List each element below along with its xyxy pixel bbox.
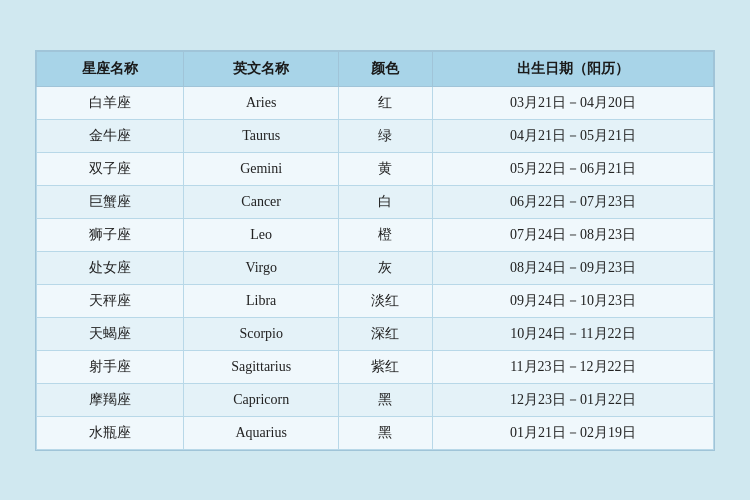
cell-english-name: Aries bbox=[184, 86, 339, 119]
cell-color: 黑 bbox=[339, 416, 433, 449]
cell-chinese-name: 天蝎座 bbox=[37, 317, 184, 350]
cell-english-name: Capricorn bbox=[184, 383, 339, 416]
cell-dates: 10月24日－11月22日 bbox=[432, 317, 713, 350]
cell-color: 灰 bbox=[339, 251, 433, 284]
cell-dates: 09月24日－10月23日 bbox=[432, 284, 713, 317]
cell-chinese-name: 狮子座 bbox=[37, 218, 184, 251]
header-dates: 出生日期（阳历） bbox=[432, 51, 713, 86]
cell-dates: 11月23日－12月22日 bbox=[432, 350, 713, 383]
cell-english-name: Scorpio bbox=[184, 317, 339, 350]
table-body: 白羊座Aries红03月21日－04月20日金牛座Taurus绿04月21日－0… bbox=[37, 86, 714, 449]
table-row: 金牛座Taurus绿04月21日－05月21日 bbox=[37, 119, 714, 152]
table-row: 天蝎座Scorpio深红10月24日－11月22日 bbox=[37, 317, 714, 350]
cell-english-name: Leo bbox=[184, 218, 339, 251]
cell-color: 深红 bbox=[339, 317, 433, 350]
cell-dates: 08月24日－09月23日 bbox=[432, 251, 713, 284]
cell-chinese-name: 处女座 bbox=[37, 251, 184, 284]
cell-chinese-name: 巨蟹座 bbox=[37, 185, 184, 218]
cell-chinese-name: 摩羯座 bbox=[37, 383, 184, 416]
cell-dates: 06月22日－07月23日 bbox=[432, 185, 713, 218]
cell-dates: 07月24日－08月23日 bbox=[432, 218, 713, 251]
cell-english-name: Libra bbox=[184, 284, 339, 317]
cell-chinese-name: 水瓶座 bbox=[37, 416, 184, 449]
cell-color: 白 bbox=[339, 185, 433, 218]
header-english-name: 英文名称 bbox=[184, 51, 339, 86]
cell-chinese-name: 天秤座 bbox=[37, 284, 184, 317]
cell-chinese-name: 金牛座 bbox=[37, 119, 184, 152]
cell-english-name: Sagittarius bbox=[184, 350, 339, 383]
cell-dates: 03月21日－04月20日 bbox=[432, 86, 713, 119]
cell-chinese-name: 射手座 bbox=[37, 350, 184, 383]
table-row: 处女座Virgo灰08月24日－09月23日 bbox=[37, 251, 714, 284]
cell-english-name: Cancer bbox=[184, 185, 339, 218]
cell-chinese-name: 白羊座 bbox=[37, 86, 184, 119]
table-row: 巨蟹座Cancer白06月22日－07月23日 bbox=[37, 185, 714, 218]
table-row: 狮子座Leo橙07月24日－08月23日 bbox=[37, 218, 714, 251]
header-chinese-name: 星座名称 bbox=[37, 51, 184, 86]
cell-dates: 01月21日－02月19日 bbox=[432, 416, 713, 449]
table-row: 水瓶座Aquarius黑01月21日－02月19日 bbox=[37, 416, 714, 449]
cell-dates: 04月21日－05月21日 bbox=[432, 119, 713, 152]
cell-color: 黄 bbox=[339, 152, 433, 185]
cell-english-name: Taurus bbox=[184, 119, 339, 152]
cell-chinese-name: 双子座 bbox=[37, 152, 184, 185]
table-row: 白羊座Aries红03月21日－04月20日 bbox=[37, 86, 714, 119]
cell-dates: 05月22日－06月21日 bbox=[432, 152, 713, 185]
cell-english-name: Aquarius bbox=[184, 416, 339, 449]
cell-color: 紫红 bbox=[339, 350, 433, 383]
cell-color: 淡红 bbox=[339, 284, 433, 317]
cell-english-name: Virgo bbox=[184, 251, 339, 284]
cell-dates: 12月23日－01月22日 bbox=[432, 383, 713, 416]
header-color: 颜色 bbox=[339, 51, 433, 86]
cell-color: 绿 bbox=[339, 119, 433, 152]
table-header-row: 星座名称 英文名称 颜色 出生日期（阳历） bbox=[37, 51, 714, 86]
table-row: 天秤座Libra淡红09月24日－10月23日 bbox=[37, 284, 714, 317]
cell-english-name: Gemini bbox=[184, 152, 339, 185]
table-row: 双子座Gemini黄05月22日－06月21日 bbox=[37, 152, 714, 185]
cell-color: 黑 bbox=[339, 383, 433, 416]
cell-color: 橙 bbox=[339, 218, 433, 251]
table-row: 射手座Sagittarius紫红11月23日－12月22日 bbox=[37, 350, 714, 383]
table-row: 摩羯座Capricorn黑12月23日－01月22日 bbox=[37, 383, 714, 416]
cell-color: 红 bbox=[339, 86, 433, 119]
zodiac-table: 星座名称 英文名称 颜色 出生日期（阳历） 白羊座Aries红03月21日－04… bbox=[36, 51, 714, 450]
zodiac-table-container: 星座名称 英文名称 颜色 出生日期（阳历） 白羊座Aries红03月21日－04… bbox=[35, 50, 715, 451]
